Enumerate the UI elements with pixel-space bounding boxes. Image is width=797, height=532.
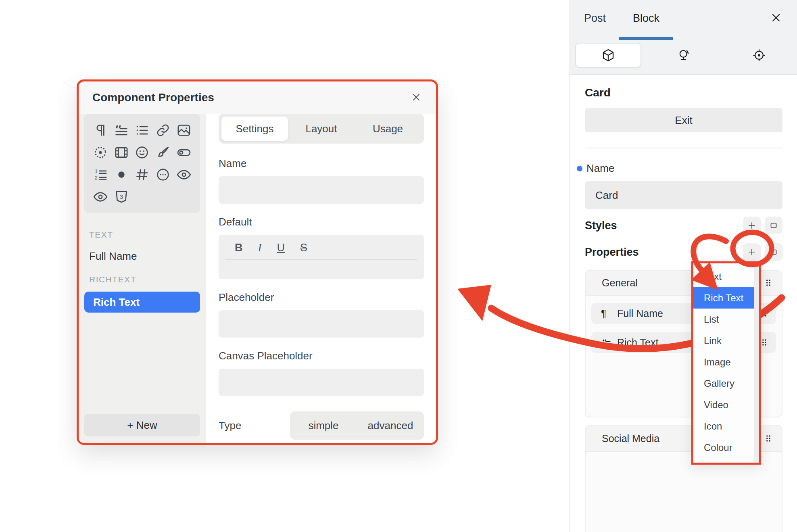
component-properties-modal: Component Properties <box>77 79 438 445</box>
drag-handle-icon[interactable] <box>764 434 773 443</box>
property-type-menu: Text Rich Text List Link Image Gallery V… <box>691 261 761 465</box>
property-type-palette: 12 3 <box>84 114 200 213</box>
list-icon[interactable] <box>134 122 150 138</box>
type-segmented-control: simple advanced <box>290 411 424 440</box>
property-item-label: Rich Text <box>617 337 658 348</box>
css3-shield-icon[interactable]: 3 <box>113 189 129 205</box>
inspector-header: Post Block <box>570 0 797 75</box>
active-tab-underline <box>619 37 673 40</box>
eye-icon[interactable] <box>92 189 108 205</box>
nav-item-rich-text-selected[interactable]: Rich Text <box>84 292 200 313</box>
block-inspector-sidebar: Post Block <box>570 0 797 532</box>
underline-button[interactable]: U <box>277 241 285 254</box>
drag-handle-icon[interactable] <box>760 309 769 318</box>
menu-item-video[interactable]: Video <box>693 394 754 415</box>
tab-block[interactable]: Block <box>633 12 659 25</box>
properties-panel-button[interactable] <box>765 243 782 261</box>
menu-scrollbar[interactable] <box>754 263 759 463</box>
exit-button[interactable]: Exit <box>585 108 782 132</box>
canvas-placeholder-input[interactable] <box>219 369 424 396</box>
name-field-label: Name <box>219 157 424 170</box>
properties-heading: Properties <box>585 246 639 259</box>
richtext-icon <box>601 337 613 348</box>
svg-text:3: 3 <box>120 194 123 200</box>
selected-block-title: Card <box>585 86 782 99</box>
hash-icon[interactable] <box>134 167 150 183</box>
cube-icon <box>575 43 641 68</box>
strikethrough-button[interactable]: S <box>300 241 307 254</box>
divider <box>585 148 782 148</box>
menu-item-link[interactable]: Link <box>693 330 754 351</box>
inspector-view-tabs <box>570 41 797 69</box>
link-icon[interactable] <box>155 122 171 138</box>
ellipsis-circle-icon[interactable] <box>155 167 171 183</box>
view-tab-block[interactable] <box>570 41 646 69</box>
bold-button[interactable]: B <box>235 241 243 254</box>
dotted-circle-icon[interactable] <box>92 144 108 161</box>
close-icon[interactable] <box>410 91 423 104</box>
add-property-button[interactable] <box>743 243 761 261</box>
modified-dot <box>577 166 582 171</box>
menu-item-image[interactable]: Image <box>693 351 754 373</box>
film-icon[interactable] <box>113 144 129 161</box>
modal-settings-panel: Settings Layout Usage Name Default B I U… <box>206 114 436 443</box>
nav-section-text: TEXT <box>89 230 200 240</box>
modal-tabs: Settings Layout Usage <box>219 114 424 144</box>
add-style-button[interactable] <box>743 217 761 234</box>
placeholder-field-label: Placeholder <box>219 291 424 304</box>
canvas-placeholder-field-label: Canvas Placeholder <box>219 350 424 362</box>
modal-left-panel: 12 3 <box>79 114 206 443</box>
menu-item-colour[interactable]: Colour <box>693 437 754 458</box>
styles-heading: Styles <box>585 219 617 232</box>
default-field-label: Default <box>219 216 424 228</box>
toggle-icon[interactable] <box>176 144 192 161</box>
name-input[interactable] <box>219 176 424 204</box>
menu-item-icon[interactable]: Icon <box>693 415 754 437</box>
editor-divider <box>225 259 417 260</box>
italic-button[interactable]: I <box>258 241 262 254</box>
tab-settings[interactable]: Settings <box>221 117 288 141</box>
svg-text:1: 1 <box>95 168 98 174</box>
type-option-advanced[interactable]: advanced <box>357 411 424 440</box>
menu-item-gallery[interactable]: Gallery <box>693 373 754 394</box>
name-label: Name <box>586 162 614 175</box>
drag-handle-icon[interactable] <box>760 338 769 347</box>
image-icon[interactable] <box>176 122 192 138</box>
styles-panel-button[interactable] <box>765 217 782 234</box>
tab-post[interactable]: Post <box>584 12 606 25</box>
property-item-label: Full Name <box>617 308 663 319</box>
block-name-input[interactable] <box>585 181 782 209</box>
view-tab-target[interactable] <box>722 41 797 69</box>
type-field-label: Type <box>219 419 241 432</box>
paragraph-icon[interactable] <box>92 122 108 138</box>
nav-section-richtext: RICHTEXT <box>89 275 200 284</box>
social-media-panel-title: Social Media <box>602 433 659 444</box>
placeholder-input[interactable] <box>219 310 424 338</box>
default-richtext-editor[interactable]: B I U S <box>219 235 424 279</box>
smiley-icon[interactable] <box>134 144 150 161</box>
ordered-list-icon[interactable]: 12 <box>92 167 108 183</box>
svg-text:2: 2 <box>95 175 98 180</box>
target-icon <box>752 48 766 63</box>
type-option-simple[interactable]: simple <box>290 411 357 440</box>
menu-item-list[interactable]: List <box>693 309 754 330</box>
drag-handle-icon[interactable] <box>764 278 773 287</box>
menu-item-text[interactable]: Text <box>693 266 754 287</box>
view-tab-webcam[interactable] <box>646 41 721 69</box>
richtext-icon[interactable] <box>113 122 129 138</box>
close-icon[interactable] <box>770 11 782 24</box>
tab-layout[interactable]: Layout <box>288 117 355 141</box>
paragraph-icon: ¶ <box>601 308 613 319</box>
webcam-icon <box>676 48 691 63</box>
dot-icon[interactable] <box>113 167 129 183</box>
new-property-button[interactable]: + New <box>84 414 200 436</box>
tab-usage[interactable]: Usage <box>355 117 421 141</box>
eye-icon[interactable] <box>176 167 192 183</box>
general-panel-title: General <box>602 277 638 289</box>
nav-item-full-name[interactable]: Full Name <box>89 250 200 263</box>
brush-icon[interactable] <box>155 144 171 161</box>
menu-item-rich-text[interactable]: Rich Text <box>693 287 754 309</box>
modal-title: Component Properties <box>92 91 214 104</box>
